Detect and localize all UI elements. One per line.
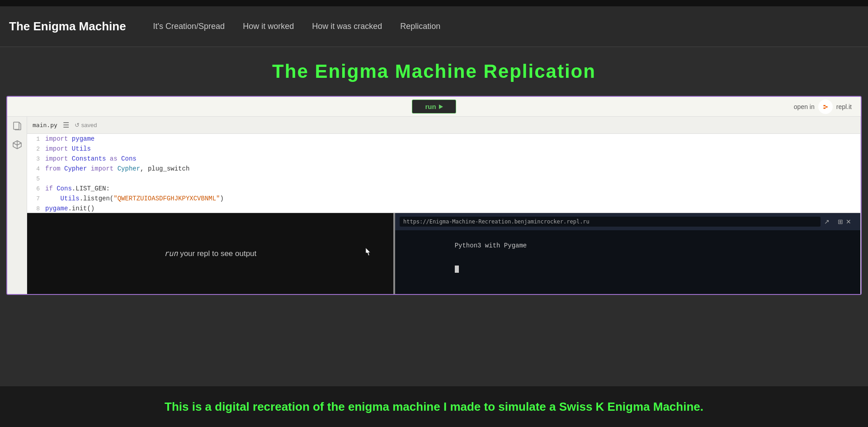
nav-link-how-worked[interactable]: How it worked: [243, 22, 294, 31]
repl-container: run open in repl.it: [6, 96, 862, 295]
browser-controls: ⊞ ✕: [833, 216, 856, 227]
repl-logo: [818, 100, 833, 114]
repl-sidebar: [7, 117, 27, 294]
editor-tab-bar: main.py ☰ ↺ saved: [27, 117, 860, 134]
browser-panel: ↗ ⊞ ✕ Python3 with Pygame: [395, 213, 860, 294]
open-in-repl[interactable]: open in repl.it: [794, 100, 852, 114]
code-line-7: 7 Utils.listgen("QWERTZUIOASDFGHJKPYXCVB…: [27, 194, 860, 204]
code-area[interactable]: 1 import pygame 2 import Utils 3 import …: [27, 134, 860, 213]
console-run-word: run: [164, 249, 178, 258]
open-in-label: open in: [794, 103, 815, 110]
mouse-cursor-icon: [365, 247, 371, 256]
open-external-icon[interactable]: ↗: [824, 218, 830, 225]
nav-link-creation[interactable]: It's Creation/Spread: [153, 22, 225, 31]
browser-address-bar: ↗ ⊞ ✕: [395, 213, 860, 230]
bottom-panel: run your repl to see output ↗: [27, 213, 860, 294]
console-message-text: your repl to see output: [180, 249, 256, 258]
console-panel: run your repl to see output: [27, 213, 393, 294]
code-line-3: 3 import Constants as Cons: [27, 154, 860, 164]
code-editor: main.py ☰ ↺ saved 1 import pygame 2 impo…: [27, 117, 861, 294]
address-input[interactable]: [400, 217, 821, 227]
cube-icon[interactable]: [12, 139, 23, 150]
top-bar: [0, 0, 868, 6]
page-title-section: The Enigma Machine Replication: [0, 47, 868, 91]
navigation: The Enigma Machine It's Creation/Spread …: [0, 6, 868, 47]
refresh-icon: ↺: [75, 122, 80, 128]
saved-indicator: ↺ saved: [75, 122, 97, 128]
editor-tab-main-py[interactable]: main.py: [33, 122, 57, 128]
code-line-8: 8 pygame.init(): [27, 204, 860, 213]
footer-text: This is a digital recreation of the enig…: [146, 400, 722, 414]
browser-expand-icon[interactable]: ⊞: [838, 218, 843, 225]
nav-link-replication[interactable]: Replication: [400, 22, 440, 31]
code-line-2: 2 import Utils: [27, 144, 860, 154]
terminal-output: Python3 with Pygame: [401, 235, 854, 280]
code-line-1: 1 import pygame: [27, 134, 860, 144]
site-title: The Enigma Machine: [9, 19, 126, 33]
code-line-6: 6 if Cons.LIST_GEN:: [27, 184, 860, 194]
editor-menu-icon[interactable]: ☰: [63, 121, 69, 129]
footer-description: This is a digital recreation of the enig…: [0, 386, 868, 427]
repl-top-bar: run open in repl.it: [7, 97, 861, 117]
code-line-4: 4 from Cypher import Cypher, plug_switch: [27, 164, 860, 174]
page-title: The Enigma Machine Replication: [0, 61, 868, 82]
terminal-cursor: [455, 266, 459, 273]
run-label: run: [425, 103, 436, 110]
repl-body: main.py ☰ ↺ saved 1 import pygame 2 impo…: [7, 117, 861, 294]
code-line-5: 5: [27, 174, 860, 184]
svg-rect-1: [14, 122, 19, 129]
run-button[interactable]: run: [412, 100, 456, 114]
play-icon: [439, 104, 443, 109]
browser-close-icon[interactable]: ✕: [846, 218, 851, 225]
nav-link-how-cracked[interactable]: How it was cracked: [312, 22, 382, 31]
browser-content: Python3 with Pygame: [395, 230, 860, 294]
file-icon[interactable]: [12, 121, 23, 132]
repl-site-label: repl.it: [836, 103, 852, 110]
console-message: run your repl to see output: [164, 249, 257, 258]
saved-text: saved: [81, 122, 97, 128]
code-lines: 1 import pygame 2 import Utils 3 import …: [27, 134, 860, 213]
